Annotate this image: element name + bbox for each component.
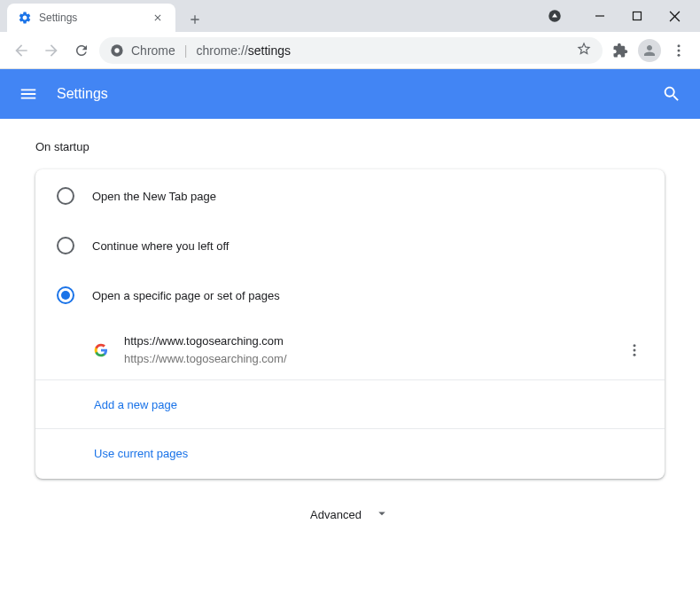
startup-page-row: https://www.togosearching.com https://ww…	[35, 320, 665, 380]
chevron-down-icon	[374, 505, 390, 524]
advanced-label: Advanced	[310, 508, 362, 521]
page-title: https://www.togosearching.com	[124, 332, 626, 350]
add-page-row[interactable]: Add a new page	[35, 380, 665, 429]
menu-icon[interactable]	[18, 83, 39, 105]
reload-button[interactable]	[69, 38, 94, 63]
bookmark-star-icon[interactable]	[576, 41, 592, 59]
settings-header: Settings	[0, 69, 700, 119]
omnibox[interactable]: Chrome | chrome://settings	[99, 37, 603, 64]
radio-label: Open the New Tab page	[92, 190, 216, 203]
close-window-button[interactable]	[659, 4, 689, 28]
browser-tab[interactable]: Settings	[7, 4, 175, 32]
settings-title: Settings	[57, 86, 661, 102]
window-chrome: Settings	[0, 0, 700, 32]
url-chip: Chrome	[131, 43, 175, 58]
back-button[interactable]	[9, 38, 34, 63]
url-separator: |	[184, 43, 188, 58]
close-icon[interactable]	[151, 11, 165, 25]
use-current-row[interactable]: Use current pages	[35, 429, 665, 477]
svg-rect-2	[634, 12, 642, 20]
gear-icon	[18, 11, 32, 25]
radio-specific-pages[interactable]: Open a specific page or set of pages	[35, 270, 665, 320]
svg-point-10	[634, 344, 636, 347]
radio-icon	[57, 187, 74, 205]
tab-title: Settings	[39, 12, 77, 24]
content-area: Settings On startup Open the New Tab pag…	[0, 69, 700, 602]
page-url: https://www.togosearching.com/	[124, 350, 626, 368]
chrome-menu-button[interactable]	[666, 38, 691, 63]
forward-button[interactable]	[39, 38, 64, 63]
page-body: On startup Open the New Tab page Continu…	[0, 119, 700, 586]
radio-icon	[57, 237, 74, 254]
radio-continue[interactable]: Continue where you left off	[35, 221, 665, 270]
address-bar: Chrome | chrome://settings	[0, 32, 700, 69]
settings-viewport[interactable]: Settings On startup Open the New Tab pag…	[0, 69, 700, 602]
svg-point-6	[114, 48, 119, 52]
use-current-link[interactable]: Use current pages	[94, 447, 188, 460]
more-vert-icon[interactable]	[626, 341, 643, 359]
search-icon[interactable]	[661, 83, 682, 105]
add-page-link[interactable]: Add a new page	[94, 398, 177, 411]
url-text: chrome://settings	[196, 43, 291, 58]
svg-point-9	[678, 53, 681, 56]
advanced-toggle[interactable]: Advanced	[35, 479, 665, 551]
radio-label: Continue where you left off	[92, 239, 229, 253]
section-label: On startup	[35, 140, 665, 153]
window-controls	[574, 0, 700, 32]
new-tab-button[interactable]	[183, 7, 207, 32]
page-info: https://www.togosearching.com https://ww…	[124, 332, 626, 367]
media-control-button[interactable]	[542, 4, 567, 28]
svg-point-7	[678, 44, 681, 47]
google-favicon	[94, 343, 108, 357]
svg-point-8	[678, 49, 681, 51]
profile-avatar[interactable]	[638, 39, 661, 62]
radio-new-tab[interactable]: Open the New Tab page	[35, 171, 665, 221]
extensions-icon[interactable]	[608, 38, 633, 63]
maximize-button[interactable]	[622, 4, 652, 28]
radio-label: Open a specific page or set of pages	[92, 289, 280, 302]
startup-card: Open the New Tab page Continue where you…	[35, 169, 665, 479]
svg-point-11	[634, 348, 636, 351]
chrome-icon	[110, 43, 124, 58]
tab-strip: Settings	[0, 0, 574, 32]
minimize-button[interactable]	[585, 4, 615, 28]
svg-point-12	[634, 353, 636, 356]
radio-icon	[57, 286, 74, 304]
